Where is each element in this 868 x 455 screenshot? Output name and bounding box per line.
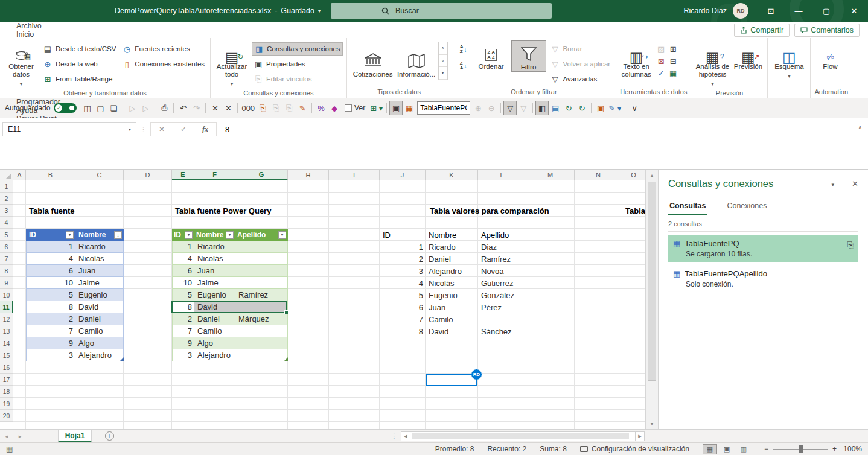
forecast-button[interactable]: ▦↗ Previsión [732,40,764,71]
cell-id[interactable]: 9 [26,337,75,349]
qat-icon[interactable] [171,101,176,115]
relationships-icon[interactable]: ⊟ [668,57,678,66]
cell-id[interactable]: 1 [172,241,194,253]
qat-icon[interactable] [622,101,628,115]
cell-nombre[interactable]: Alejandro [426,265,478,277]
cell-nombre[interactable]: Eugenio [194,289,235,301]
cell-apellido[interactable]: Gutierrez [478,277,526,289]
row-header[interactable]: 4 [0,217,13,229]
ribbon-tab[interactable]: Ayuda [8,106,98,115]
zoom-slider-thumb[interactable] [799,445,803,453]
autosave-toggle[interactable]: ✓ [54,103,77,113]
tabla-fuente-pq[interactable]: ID▾ Nombre▾ Apellido▾ 1 Ricardo 4 Nicolá… [172,229,288,361]
page-break-view-icon[interactable]: ▥ [736,444,751,454]
ver-checkbox[interactable]: Ver [342,104,368,112]
t1-header-id[interactable]: ID▾ [26,229,75,241]
cell-apellido[interactable] [235,325,288,337]
delete-row-icon[interactable]: ⊖ [485,101,498,115]
recent-sources-button[interactable]: ◷ Fuentes recientes [120,42,206,56]
queries-connections-button[interactable]: ◨ Consultas y conexiones [252,42,342,56]
grid-column[interactable] [124,180,172,429]
sort-za-button[interactable]: ZA↓ [456,59,471,73]
cell-apellido[interactable]: Pérez [478,301,526,313]
save-status[interactable]: Guardado [281,7,314,15]
cell-id[interactable]: 2 [26,313,75,325]
cell-id[interactable]: 5 [172,289,194,301]
row-header[interactable]: 17 [0,374,13,386]
row-header[interactable]: 8 [0,265,13,277]
cell-id[interactable]: 9 [172,337,194,349]
cell-id[interactable]: 8 [26,301,75,313]
cell-id[interactable]: 2 [172,313,194,325]
protect-sheet-icon[interactable]: ▦ [403,101,416,115]
cell-nombre[interactable]: Daniel [75,313,124,325]
zoom-out-icon[interactable]: − [764,445,768,453]
row-header[interactable]: 5 [0,229,13,241]
cell-apellido[interactable]: Sánchez [478,325,526,337]
column-header[interactable]: J [380,170,426,180]
sheet-tab-hoja1[interactable]: Hoja1 [58,430,92,442]
column-header[interactable]: G [235,170,288,180]
cell-nombre[interactable]: Daniel [426,253,478,265]
t3-header-nombre[interactable]: Nombre [426,229,478,241]
zoom-slider[interactable] [773,449,828,450]
cell-id[interactable]: 7 [26,325,75,337]
row-header[interactable]: 16 [0,361,13,374]
percent-style-icon[interactable]: % [314,101,328,115]
grid-column[interactable] [526,180,575,429]
group-data-icon[interactable]: ⊞ [668,45,678,54]
row-header[interactable]: 18 [0,386,13,398]
row-header[interactable]: 11 [0,301,13,313]
flash-fill-icon[interactable]: ▨ [656,45,666,54]
reapply-filter-button[interactable]: ▽ Volver a aplicar [549,57,613,71]
column-header[interactable]: K [426,170,478,180]
paste-picture-icon[interactable]: ⎘ [256,101,269,115]
row-header[interactable]: 10 [0,289,13,301]
insert-function-icon[interactable]: fx [194,125,216,134]
cell-nombre[interactable]: Ricardo [194,241,235,253]
cancel-icon[interactable]: ✕ [151,125,173,133]
maximize-icon[interactable]: ▢ [812,0,840,22]
delete-alt-icon[interactable]: ✕ [222,101,235,115]
from-text-csv-button[interactable]: ▤ Desde el texto/CSV [41,42,118,56]
cell-id[interactable]: 7 [172,325,194,337]
grid-column[interactable] [575,180,622,429]
filter-dropdown-icon[interactable]: ▾ [278,231,286,239]
table-name-input[interactable] [417,101,470,115]
refresh-file-icon[interactable]: ⎘ [847,240,854,250]
qat-icon[interactable] [235,101,240,115]
close-icon[interactable]: ✕ [840,0,868,22]
qat-icon[interactable] [120,101,126,115]
thousands-format-icon[interactable]: 000 [240,101,256,115]
coauthor-cell[interactable]: RD [426,374,477,386]
qat-overflow-icon[interactable]: ∨ [628,101,641,115]
sheet-prev-icon[interactable]: ◂ [0,430,13,442]
table3-title[interactable]: Tabla valores para comparación [430,206,549,215]
cell-id[interactable]: 10 [26,277,75,289]
tabla-fuente[interactable]: ID▾ Nombre↓ 1 Ricardo 4 Nicolás 6 Juan 1… [26,229,124,361]
cell-id[interactable]: 6 [172,265,194,277]
properties-button[interactable]: ▣ Propiedades [252,57,342,71]
cell-id[interactable]: 8 [172,301,194,313]
table-resize-handle[interactable] [284,357,288,361]
normal-view-icon[interactable]: ▦ [703,444,717,454]
ribbon-tab[interactable]: Programador [8,98,98,106]
vertical-scrollbar[interactable]: ▲ ▼ [645,170,658,429]
column-header[interactable]: N [575,170,622,180]
cell-nombre[interactable]: Camilo [426,313,478,325]
cell-nombre[interactable]: Camilo [194,325,235,337]
gallery-down-icon[interactable]: ∨ [439,55,447,68]
row-header[interactable]: 13 [0,325,13,337]
cell-apellido[interactable] [478,313,526,325]
cell-nombre[interactable]: Ricardo [426,241,478,253]
drag-handle-icon[interactable]: ⋮ [140,126,147,133]
row-header[interactable]: 2 [0,192,13,205]
properties-icon[interactable]: ▣ [594,101,607,115]
cell-id[interactable]: 6 [26,265,75,277]
cell-id[interactable]: 1 [26,241,75,253]
cell-nombre[interactable]: Camilo [75,325,124,337]
send-file-icon[interactable]: ▷ [139,101,152,115]
grid-column[interactable] [288,180,329,429]
remove-duplicates-icon[interactable]: ⊠ [656,57,666,66]
cell-nombre[interactable]: Nicolás [426,277,478,289]
